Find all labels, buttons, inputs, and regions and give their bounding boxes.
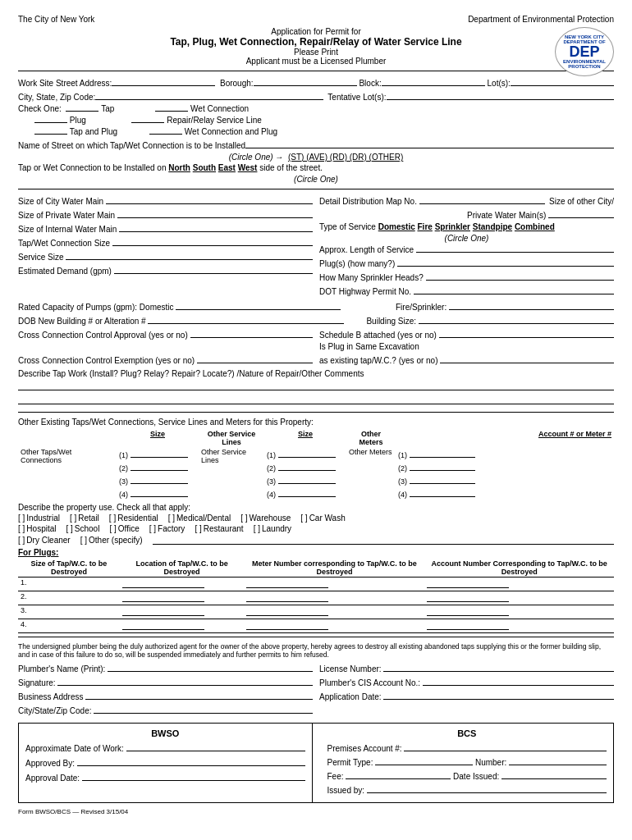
other-meter-3-input[interactable] [410,474,475,484]
other-service-2-input[interactable] [278,461,336,471]
city-water-input[interactable] [106,194,313,204]
other-tap-2-input[interactable] [131,461,188,471]
approx-length-input[interactable] [416,243,614,253]
premises-account-input[interactable] [404,742,607,751]
title-block: NEW YORK CITY DEPARTMENT OF DEP ENVIRONM… [18,27,614,66]
est-demand-input[interactable] [114,264,313,274]
plumbers-cis-input[interactable] [423,676,614,686]
wet-connection-plug-label: Wet Connection and Plug [185,127,277,136]
borough-label: Borough: [220,79,254,88]
plug-2-location-input[interactable] [122,592,204,602]
other-service-4-input[interactable] [278,487,336,497]
other-meter-1-input[interactable] [410,448,475,458]
dot-highway-input[interactable] [414,285,614,294]
city-state-zip2-input[interactable] [94,704,313,714]
repair-relay-check[interactable] [131,122,164,123]
dept-name: Department of Environmental Protection [468,15,614,24]
approx-date-input[interactable] [126,742,305,751]
plug-3-meter [244,605,424,619]
tap-plug-check[interactable] [34,134,67,135]
detail-dist-input[interactable] [419,194,545,204]
cross-conn-exemption-label: Cross Connection Control Exemption (yes … [18,356,195,365]
other-meter-2-input[interactable] [410,461,475,471]
plumbers-name-input[interactable] [108,662,313,672]
borough-input[interactable] [254,76,357,86]
street-name-input[interactable] [245,139,614,148]
other-meter-4-input[interactable] [410,487,475,497]
other-tap-1-input[interactable] [131,448,188,458]
other-service-1-input[interactable] [278,448,336,458]
wet-conn-plug-check[interactable] [149,134,182,135]
private-water-main-input[interactable] [548,208,614,218]
size-internal-label: Size of Internal Water Main [18,225,117,234]
plug-3-location-input[interactable] [122,606,204,616]
internal-water-input[interactable] [119,222,313,232]
existing-tap-input[interactable] [440,354,614,363]
warehouse-label: Warehouse [250,514,291,523]
plug-4-meter-input[interactable] [246,620,328,630]
permit-type-input[interactable] [375,756,473,765]
private-water-input[interactable] [117,208,313,218]
cross-conn-exemption-input[interactable] [197,354,313,363]
sprinkler-heads-input[interactable] [426,271,615,281]
standpipe-label: Standpipe [473,222,512,231]
plug-row-4: 4. [18,619,614,633]
check-plug-row: Plug Repair/Relay Service Line [34,116,614,125]
plug-2-meter-input[interactable] [246,592,328,602]
domestic-pump-input[interactable] [176,300,341,310]
block-input[interactable] [382,76,485,86]
tap-wet-size-input[interactable] [112,236,313,246]
title-line3: Please Print [18,48,614,57]
other-tap-3-input[interactable] [131,474,188,484]
tentative-lots-input[interactable] [387,90,615,100]
business-address-input[interactable] [85,690,313,700]
other-taps-table: Size Other Service Lines Size Other Mete… [18,429,614,500]
approval-date-input[interactable] [82,771,305,781]
date-issued-input[interactable] [501,769,607,779]
plug-4-location-input[interactable] [122,620,204,630]
work-site-input[interactable] [112,76,215,86]
other-specify-input[interactable] [153,535,614,545]
plug-1-location-input[interactable] [122,578,204,588]
city-state-row: City, State, Zip Code: Tentative Lot(s): [18,90,614,102]
other-service-3-input[interactable] [278,474,336,484]
describe-tap-input-1[interactable] [18,381,614,390]
tap-check[interactable] [66,111,98,112]
describe-tap-input-2[interactable] [18,395,614,404]
other-tap-4-input[interactable] [131,487,188,497]
cross-conn-approval-input[interactable] [190,328,313,338]
schedule-b-input[interactable] [439,328,614,338]
signature-input[interactable] [57,676,313,686]
lots-input[interactable] [511,76,614,86]
plug-3-meter-input[interactable] [246,606,328,616]
city-state-input[interactable] [95,90,323,100]
existing-tap-label: as existing tap/W.C.? (yes or no) [319,356,438,365]
dob-input[interactable] [148,314,343,324]
application-date-input[interactable] [383,690,614,700]
fire-sprinkler-pump-input[interactable] [449,300,614,310]
plug-2-account-input[interactable] [427,592,509,602]
plumber-info-section: Plumber's Name (Print): Signature: Busin… [18,662,614,718]
cross-conn-approval-row: Cross Connection Control Approval (yes o… [18,328,313,340]
plug-3-account-input[interactable] [427,606,509,616]
title-line2: Tap, Plug, Wet Connection, Repair/Relay … [18,36,614,48]
building-size-input[interactable] [419,314,614,324]
plug-check[interactable] [34,122,67,123]
plug-3-location [120,605,245,619]
service-size-input[interactable] [66,250,313,260]
plug-1-account-input[interactable] [427,578,509,588]
office-label: Office [118,524,140,533]
fee-input[interactable] [346,769,451,779]
plugs-input[interactable] [397,257,614,267]
plug-1-meter-input[interactable] [246,578,328,588]
number-input[interactable] [509,756,607,765]
cross-conn-exemption-left: Cross Connection Control Exemption (yes … [18,354,313,368]
retail-check-item: [ ] Retail [70,514,99,523]
plug-4-account-input[interactable] [427,620,509,630]
approved-by-input[interactable] [77,756,305,766]
issued-by-input[interactable] [367,783,607,793]
license-number-input[interactable] [383,662,614,672]
describe-tap-label: Describe Tap Work (Install? Plug? Relay?… [18,369,364,378]
describe-tap-row: Describe Tap Work (Install? Plug? Relay?… [18,369,614,378]
wet-conn-check[interactable] [155,111,188,112]
